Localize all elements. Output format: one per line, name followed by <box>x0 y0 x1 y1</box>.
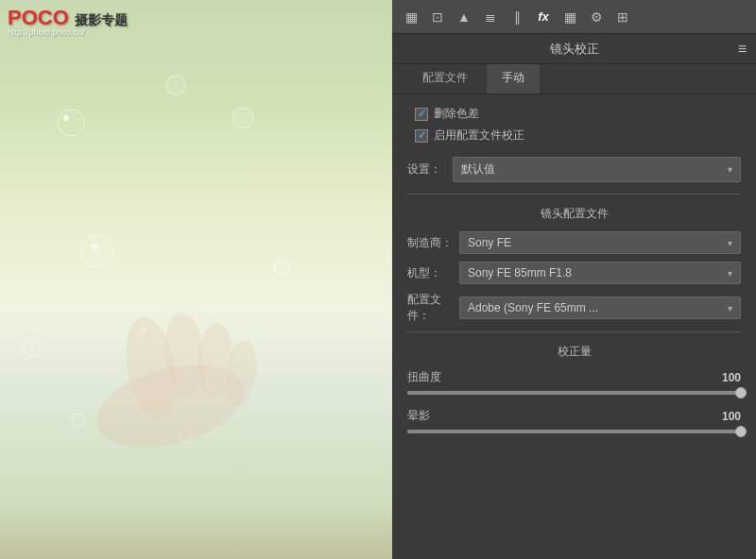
model-value: Sony FE 85mm F1.8 <box>468 266 572 280</box>
remove-chromatic-label: 删除色差 <box>434 106 479 122</box>
settings-dropdown-arrow: ▾ <box>728 164 732 175</box>
settings-dropdown[interactable]: 默认值 ▾ <box>453 157 741 182</box>
remove-chromatic-row: 删除色差 <box>415 106 741 122</box>
manufacturer-arrow: ▾ <box>728 238 732 248</box>
model-arrow: ▾ <box>728 268 732 279</box>
vignetting-slider-row: 晕影 100 <box>407 408 741 433</box>
panel-menu-icon[interactable]: ≡ <box>738 41 747 58</box>
remove-chromatic-checkbox[interactable] <box>415 108 428 121</box>
enable-profile-checkbox[interactable] <box>415 129 428 143</box>
tab-profile[interactable]: 配置文件 <box>407 64 483 93</box>
tab-bar: 配置文件 手动 <box>392 64 756 94</box>
image-edit-icon[interactable]: ⊡ <box>426 6 449 28</box>
right-panel: ▦ ⊡ ▲ ≣ ∥ fx ▦ ⚙ ⊞ 镜头校正 ≡ 配置文件 手动 删除色差 启… <box>392 0 756 559</box>
hand-svg <box>0 0 392 559</box>
manufacturer-row: 制造商： Sony FE ▾ <box>407 231 741 254</box>
settings-row: 设置： 默认值 ▾ <box>407 157 741 182</box>
panel-title-bar: 镜头校正 ≡ <box>392 34 756 64</box>
toolbar: ▦ ⊡ ▲ ≣ ∥ fx ▦ ⚙ ⊞ <box>392 0 756 34</box>
panel-title: 镜头校正 <box>550 41 599 58</box>
distortion-fill <box>407 391 741 395</box>
tab-manual[interactable]: 手动 <box>487 64 540 93</box>
profile-file-arrow: ▾ <box>728 303 732 313</box>
panel-content: 删除色差 启用配置文件校正 设置： 默认值 ▾ 镜头配置文件 制造商： Sony… <box>392 94 756 559</box>
vignetting-track[interactable] <box>407 430 741 433</box>
lens-profile-heading: 镜头配置文件 <box>407 206 741 222</box>
distortion-thumb[interactable] <box>735 387 747 398</box>
slider-section: 扭曲度 100 晕影 100 <box>407 369 741 433</box>
enable-profile-row: 启用配置文件校正 <box>415 127 741 144</box>
output-icon[interactable]: ⊞ <box>611 6 634 28</box>
divider-1 <box>407 194 741 195</box>
divider-2 <box>407 331 741 332</box>
histogram-icon[interactable]: ▦ <box>400 6 422 28</box>
settings-label: 设置： <box>407 161 453 178</box>
color-icon[interactable]: ⚙ <box>585 6 608 28</box>
manufacturer-label: 制造商： <box>407 235 459 251</box>
vignetting-header: 晕影 100 <box>407 408 741 424</box>
manufacturer-value: Sony FE <box>468 236 511 249</box>
settings-value: 默认值 <box>461 161 495 178</box>
vignetting-label: 晕影 <box>407 408 430 424</box>
enable-profile-label: 启用配置文件校正 <box>434 127 524 144</box>
manufacturer-dropdown[interactable]: Sony FE ▾ <box>459 231 741 254</box>
vignetting-value: 100 <box>722 410 741 423</box>
distortion-value: 100 <box>722 371 741 384</box>
distortion-slider-row: 扭曲度 100 <box>407 369 741 395</box>
model-dropdown[interactable]: Sony FE 85mm F1.8 ▾ <box>459 262 741 284</box>
fence-area <box>0 502 392 559</box>
model-row: 机型： Sony FE 85mm F1.8 ▾ <box>407 262 741 284</box>
profile-file-value: Adobe (Sony FE 65mm ... <box>468 301 598 314</box>
calendar2-icon[interactable]: ▦ <box>558 6 581 28</box>
effects-fx-icon[interactable]: fx <box>532 6 555 28</box>
vignetting-fill <box>407 430 741 433</box>
distortion-header: 扭曲度 100 <box>407 369 741 385</box>
profile-file-dropdown[interactable]: Adobe (Sony FE 65mm ... ▾ <box>459 296 741 319</box>
model-label: 机型： <box>407 265 459 281</box>
checkbox-section: 删除色差 启用配置文件校正 <box>407 106 741 144</box>
photo-background: POCO 摄影专题 http://photo.poco.cn/ <box>0 0 392 559</box>
detail-icon[interactable]: ≣ <box>479 6 502 28</box>
profile-file-row: 配置文件： Adobe (Sony FE 65mm ... ▾ <box>407 292 741 324</box>
distortion-label: 扭曲度 <box>407 369 441 385</box>
distortion-track[interactable] <box>407 391 741 395</box>
vignetting-thumb[interactable] <box>735 426 747 437</box>
profile-file-label: 配置文件： <box>407 292 459 324</box>
hsl-icon[interactable]: ∥ <box>506 6 528 28</box>
photo-panel: POCO 摄影专题 http://photo.poco.cn/ <box>0 0 392 559</box>
correction-heading: 校正量 <box>407 344 741 360</box>
tone-curve-icon[interactable]: ▲ <box>453 6 475 28</box>
